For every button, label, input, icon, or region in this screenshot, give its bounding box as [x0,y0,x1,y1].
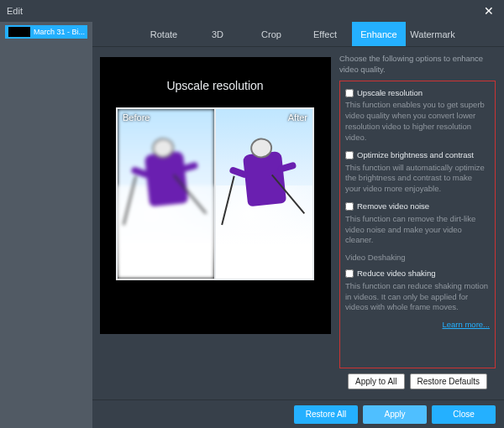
titlebar: Edit ✕ [0,0,504,22]
option-upscale[interactable]: Upscale resolution [345,88,490,99]
tab-bar: Rotate 3D Crop Effect Enhance Watermark [92,22,504,47]
preview-pane: Upscale resolution Before After [92,47,336,399]
learn-more-row: Learn more... [345,320,490,331]
option-upscale-desc: This function enables you to get superb … [345,100,490,143]
clip-label: March 31 - Bi... [34,28,85,36]
checkbox-noise[interactable] [345,202,354,211]
option-deshake-label: Reduce video shaking [357,269,435,279]
enhance-options-highlight: Upscale resolution This function enables… [339,81,496,368]
work-area: Upscale resolution Before After [92,47,504,399]
close-icon[interactable]: ✕ [480,4,497,18]
window-title: Edit [7,6,23,16]
option-brightness-desc: This function will automatically optimiz… [345,163,490,195]
panel-button-row: Apply to All Restore Defaults [339,368,496,394]
option-deshake-desc: This function can reduce shaking motion … [345,281,490,313]
option-upscale-label: Upscale resolution [357,88,423,99]
preview-title: Upscale resolution [166,79,263,92]
restore-all-button[interactable]: Restore All [294,405,358,424]
before-after-compare: Before After [116,107,314,280]
deshake-heading: Video Deshaking [345,253,490,264]
tab-rotate[interactable]: Rotate [137,22,191,46]
tab-effect[interactable]: Effect [298,22,352,46]
compare-labels: Before After [123,112,307,123]
before-label: Before [123,112,150,123]
checkbox-upscale[interactable] [345,89,354,97]
footer-bar: Restore All Apply Close [92,399,504,428]
after-pane [214,109,312,279]
window-body: March 31 - Bi... Rotate 3D Crop Effect E… [0,22,504,428]
main-area: Rotate 3D Crop Effect Enhance Watermark … [92,22,504,428]
option-brightness-label: Optimize brightness and contrast [357,150,474,161]
edit-window: Edit ✕ March 31 - Bi... Rotate 3D Crop E… [0,0,504,428]
checkbox-deshake[interactable] [345,269,354,278]
apply-button[interactable]: Apply [363,405,427,424]
enhance-intro: Choose the following options to enhance … [339,54,496,76]
tab-3d[interactable]: 3D [191,22,244,46]
clip-sidebar: March 31 - Bi... [0,22,92,428]
clip-thumbnail[interactable]: March 31 - Bi... [5,25,87,39]
option-noise-desc: This function can remove the dirt-like v… [345,214,490,246]
thumbnail-image [8,27,30,37]
tab-crop[interactable]: Crop [244,22,298,46]
learn-more-link[interactable]: Learn more... [443,320,491,329]
apply-to-all-button[interactable]: Apply to All [348,373,404,389]
close-button[interactable]: Close [432,405,496,424]
restore-defaults-button[interactable]: Restore Defaults [410,373,487,389]
option-deshake[interactable]: Reduce video shaking [345,269,490,279]
checkbox-brightness[interactable] [345,151,354,159]
option-brightness[interactable]: Optimize brightness and contrast [345,150,490,161]
option-noise[interactable]: Remove video noise [345,201,490,212]
preview-stage: Upscale resolution Before After [100,57,331,334]
tab-watermark[interactable]: Watermark [406,22,459,46]
tab-enhance[interactable]: Enhance [352,22,406,46]
option-noise-label: Remove video noise [357,201,429,212]
enhance-panel: Choose the following options to enhance … [336,47,504,399]
after-label: After [288,112,307,123]
before-pane [118,109,214,279]
